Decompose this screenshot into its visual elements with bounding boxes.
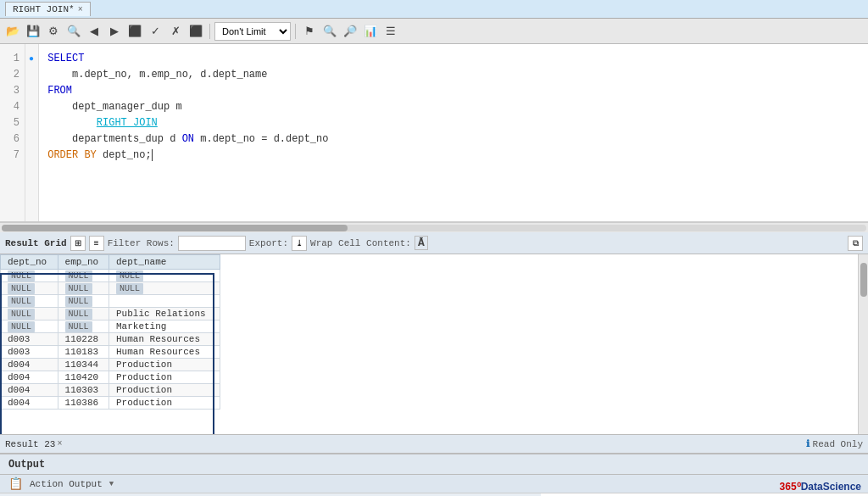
toolbar-forward-btn[interactable]: ▶ (105, 22, 124, 41)
dropdown-arrow-icon[interactable]: ▼ (109, 480, 114, 488)
output-header: Output (0, 454, 868, 475)
brand-365: 365 (780, 481, 797, 493)
results-tabs-bar: Result Grid ⊞ ≡ Filter Rows: Export: ⤓ W… (0, 232, 868, 254)
filter-label: Filter Rows: (108, 238, 175, 248)
h-scrollbar-thumb (2, 225, 348, 231)
tab-close-icon[interactable]: × (78, 5, 83, 14)
results-table: dept_no emp_no dept_name NULLNULLNULLNUL… (0, 254, 220, 410)
col-emp_no[interactable]: emp_no (58, 255, 108, 270)
toolbar-execute-btn[interactable]: ✓ (146, 22, 164, 41)
v-scrollbar-thumb (860, 263, 867, 297)
action-output-label: Action Output (30, 479, 103, 489)
result-tab-close[interactable]: × (57, 439, 62, 449)
wrap-label: Wrap Cell Content: (310, 238, 411, 248)
toolbar-sep-1 (209, 24, 210, 39)
grid-icon-btn[interactable]: ⊞ (70, 236, 86, 251)
toolbar-cancel-btn[interactable]: ✗ (166, 22, 185, 41)
results-v-scrollbar[interactable] (858, 254, 868, 434)
toolbar-search-btn[interactable]: 🔍 (64, 22, 83, 41)
toolbar-open-btn[interactable]: 📂 (3, 22, 22, 41)
editor-h-scrollbar[interactable] (0, 222, 868, 232)
output-sub-header: 📋 Action Output ▼ (0, 475, 868, 493)
table-row[interactable]: NULLNULLMarketing (1, 320, 220, 333)
line-dots: ● (25, 44, 39, 221)
col-dept_name[interactable]: dept_name (109, 255, 220, 270)
table-row[interactable]: d003110228Human Resources (1, 333, 220, 346)
export-label: Export: (249, 238, 288, 248)
toolbar-search2-btn[interactable]: 🔍 (320, 22, 339, 41)
editor-area[interactable]: 1 2 3 4 5 6 7 ● SELECT m.dept_no, m.emp_… (0, 44, 868, 222)
brand-badge: 365⁰DataScience (780, 481, 861, 493)
table-row[interactable]: NULLNULLNULL (1, 282, 220, 295)
title-bar: RIGHT JOIN* × (0, 0, 868, 19)
line-numbers: 1 2 3 4 5 6 7 (0, 44, 25, 221)
table-row[interactable]: NULLNULLNULL (1, 270, 220, 282)
toolbar-save-btn[interactable]: 💾 (24, 22, 42, 41)
expand-icon-btn[interactable]: ⧉ (848, 236, 863, 251)
toolbar-back-btn[interactable]: ◀ (85, 22, 103, 41)
toolbar: 📂 💾 ⚙ 🔍 ◀ ▶ ⬛ ✓ ✗ ⬛ Don't Limit ⚑ 🔍 🔎 📊 … (0, 19, 868, 44)
toolbar-sep-2 (295, 24, 296, 39)
result-tab-name: Result 23 (5, 439, 55, 449)
result-grid-label: Result Grid (5, 238, 67, 248)
read-only-badge: ℹ Read Only (806, 438, 863, 449)
toolbar-block-btn[interactable]: ⬛ (186, 22, 205, 41)
toolbar-menu-btn[interactable]: ☰ (381, 22, 400, 41)
results-grid-area: dept_no emp_no dept_name NULLNULLNULLNUL… (0, 254, 868, 434)
table-row[interactable]: d004110386Production (1, 397, 220, 410)
h-scrollbar-track (2, 225, 866, 231)
results-area: Result Grid ⊞ ≡ Filter Rows: Export: ⤓ W… (0, 232, 868, 453)
toolbar-stats-btn[interactable]: 📊 (361, 22, 380, 41)
table-row[interactable]: d004110303Production (1, 384, 220, 397)
table-row[interactable]: d003110183Human Resources (1, 346, 220, 359)
toolbar-stop-btn[interactable]: ⬛ (125, 22, 144, 41)
editor-tab[interactable]: RIGHT JOIN* × (5, 2, 91, 16)
info-icon: ℹ (806, 438, 810, 449)
bottom-tabs: Result 23 × ℹ Read Only (0, 434, 868, 453)
table-row[interactable]: NULLNULLPublic Relations (1, 308, 220, 320)
output-panel: Output 📋 Action Output ▼ # Time Action M… (0, 453, 868, 496)
export-icon-btn[interactable]: ⤓ (292, 236, 307, 251)
table-row[interactable]: d004110420Production (1, 371, 220, 384)
data-table-wrapper[interactable]: dept_no emp_no dept_name NULLNULLNULLNUL… (0, 254, 858, 434)
toolbar-zoom-btn[interactable]: 🔎 (341, 22, 359, 41)
limit-select[interactable]: Don't Limit (214, 22, 291, 41)
read-only-label: Read Only (813, 439, 863, 449)
result-bottom-tab[interactable]: Result 23 × (5, 439, 62, 449)
form-icon-btn[interactable]: ≡ (89, 236, 104, 251)
filter-input[interactable] (178, 236, 246, 251)
wrap-icon: Ā (415, 236, 428, 250)
toolbar-config-btn[interactable]: ⚙ (44, 22, 63, 41)
tab-label: RIGHT JOIN* (13, 4, 75, 14)
output-title: Output (8, 459, 45, 471)
col-dept_no[interactable]: dept_no (1, 255, 58, 270)
code-editor[interactable]: SELECT m.dept_no, m.emp_no, d.dept_name … (39, 44, 868, 221)
table-row[interactable]: NULLNULL (1, 295, 220, 308)
toolbar-flag-btn[interactable]: ⚑ (300, 22, 319, 41)
brand-science: DataScience (801, 481, 861, 493)
table-row[interactable]: d004110344Production (1, 359, 220, 371)
